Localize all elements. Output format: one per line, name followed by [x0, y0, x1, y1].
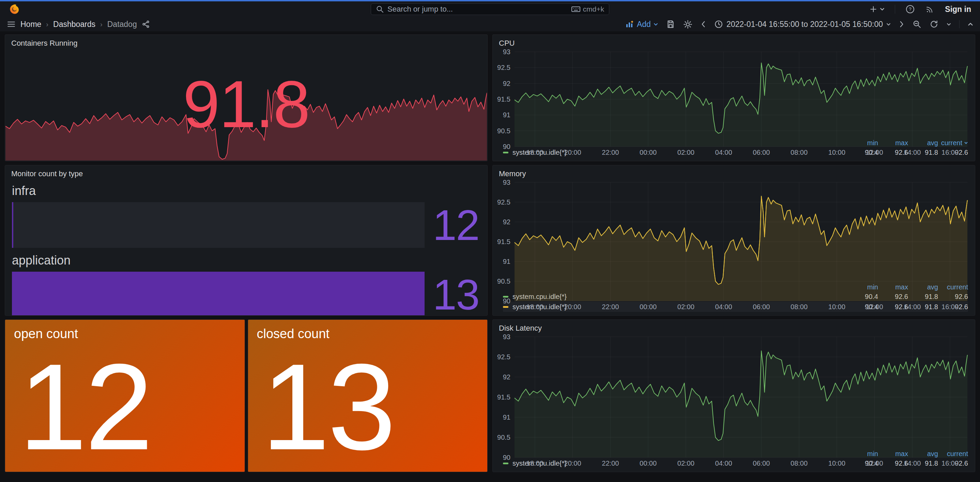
svg-text:14:00: 14:00 — [904, 460, 921, 467]
clock-icon — [714, 20, 723, 29]
panel-title[interactable]: Memory — [493, 165, 975, 178]
svg-text:91.5: 91.5 — [497, 393, 511, 401]
panel-title[interactable]: CPU — [493, 35, 975, 48]
svg-text:93: 93 — [503, 48, 511, 56]
search-placeholder: Search or jump to... — [387, 5, 568, 14]
svg-text:00:00: 00:00 — [640, 149, 657, 156]
chevron-down-icon — [880, 7, 885, 11]
search-icon — [376, 5, 384, 13]
svg-text:08:00: 08:00 — [791, 149, 808, 156]
cpu-panel: CPU 9090.59191.59292.59318:0020:0022:000… — [492, 34, 975, 161]
svg-text:02:00: 02:00 — [678, 303, 694, 310]
rss-icon — [925, 5, 935, 14]
svg-text:12:00: 12:00 — [866, 303, 883, 310]
svg-text:10:00: 10:00 — [828, 460, 845, 467]
zoom-out-icon[interactable] — [913, 20, 921, 29]
svg-text:00:00: 00:00 — [640, 460, 657, 467]
svg-text:91: 91 — [503, 414, 511, 421]
open-count-panel: open count 12 — [5, 320, 245, 472]
memory-panel: Memory 9090.59191.59292.59318:0020:0022:… — [492, 165, 975, 316]
bargauge-label: infra — [12, 184, 480, 198]
cpu-chart[interactable]: 9090.59191.59292.59318:0020:0022:0000:00… — [495, 48, 973, 138]
svg-text:04:00: 04:00 — [715, 149, 732, 156]
dashboard-settings-icon[interactable] — [683, 20, 692, 29]
search-shortcut: cmd+k — [571, 5, 604, 13]
svg-text:14:00: 14:00 — [904, 303, 921, 310]
svg-text:16:00: 16:00 — [942, 460, 959, 467]
bargauge-value: 12 — [433, 202, 480, 248]
svg-text:00:00: 00:00 — [640, 303, 657, 310]
svg-text:20:00: 20:00 — [564, 460, 581, 467]
svg-text:12:00: 12:00 — [866, 149, 883, 156]
svg-text:92.5: 92.5 — [497, 353, 511, 361]
disk-latency-chart[interactable]: 9090.59191.59292.59318:0020:0022:0000:00… — [495, 333, 973, 449]
time-range-picker[interactable]: 2022-01-04 16:55:00 to 2022-01-05 16:50:… — [714, 20, 891, 29]
bargauge-bar — [12, 202, 425, 248]
refresh-button[interactable] — [929, 20, 939, 29]
chevron-down-icon — [886, 22, 891, 27]
save-dashboard-icon[interactable] — [666, 20, 675, 29]
svg-text:18:00: 18:00 — [527, 460, 544, 467]
disk-latency-panel: Disk Latency 9090.59191.59292.59318:0020… — [492, 320, 975, 472]
breadcrumb: Home › Dashboards › Datadog — [21, 20, 150, 29]
breadcrumb-home[interactable]: Home — [21, 20, 41, 29]
svg-text:93: 93 — [503, 179, 511, 186]
panel-title[interactable]: Monitor count by type — [5, 165, 487, 178]
svg-text:91: 91 — [503, 258, 511, 265]
share-icon[interactable] — [142, 20, 150, 28]
panel-title[interactable]: Disk Latency — [493, 320, 975, 333]
svg-text:22:00: 22:00 — [602, 303, 619, 310]
news-button[interactable] — [925, 5, 935, 14]
collapse-toolbar-icon[interactable] — [968, 21, 973, 27]
bargauge-value: 13 — [433, 272, 480, 316]
dashboard-toolbar: Home › Dashboards › Datadog Add — [0, 17, 980, 31]
svg-text:20:00: 20:00 — [564, 303, 581, 310]
containers-running-value: 91.8 — [5, 35, 487, 161]
svg-text:06:00: 06:00 — [753, 460, 770, 467]
svg-text:91.5: 91.5 — [497, 95, 511, 103]
time-range-label: 2022-01-04 16:55:00 to 2022-01-05 16:50:… — [727, 20, 883, 29]
open-count-value: 12 — [5, 341, 245, 472]
svg-text:92: 92 — [503, 373, 511, 381]
breadcrumb-current: Datadog — [107, 20, 137, 29]
memory-chart[interactable]: 9090.59191.59292.59318:0020:0022:0000:00… — [495, 179, 973, 283]
dashboard-canvas: Containers Running 91.8 CPU 9090.59191.5… — [0, 31, 980, 482]
breadcrumb-separator: › — [46, 21, 48, 28]
containers-running-panel: Containers Running 91.8 — [5, 34, 488, 161]
svg-text:92.5: 92.5 — [497, 198, 511, 206]
sign-in-button[interactable]: Sign in — [945, 5, 971, 14]
refresh-interval-caret-icon[interactable] — [947, 22, 951, 27]
svg-text:90: 90 — [503, 143, 511, 150]
svg-text:16:00: 16:00 — [942, 149, 959, 156]
svg-text:10:00: 10:00 — [828, 303, 845, 310]
toolbar-divider — [959, 20, 959, 28]
menu-toggle-icon[interactable] — [7, 20, 16, 29]
svg-text:18:00: 18:00 — [527, 149, 544, 156]
add-panel-button[interactable]: Add — [625, 20, 658, 29]
breadcrumb-dashboards[interactable]: Dashboards — [53, 20, 95, 29]
new-button[interactable] — [869, 5, 885, 14]
help-button[interactable]: ? — [905, 5, 915, 14]
svg-text:14:00: 14:00 — [904, 149, 921, 156]
svg-text:91: 91 — [503, 111, 511, 119]
svg-text:22:00: 22:00 — [602, 149, 619, 156]
breadcrumb-separator: › — [100, 21, 103, 28]
time-shift-forward-icon[interactable] — [899, 21, 904, 28]
bargauge-row-infra: infra12 — [12, 184, 480, 248]
add-panel-icon — [625, 20, 634, 28]
help-icon: ? — [905, 5, 915, 14]
closed-count-value: 13 — [248, 341, 488, 472]
bottom-left-row: open count 12 closed count 13 — [5, 320, 488, 472]
grafana-logo[interactable] — [9, 4, 20, 15]
closed-count-panel: closed count 13 — [248, 320, 488, 472]
grafana-logo-icon — [9, 4, 20, 15]
svg-text:93: 93 — [503, 333, 511, 340]
time-shift-back-icon[interactable] — [701, 21, 706, 28]
nav-divider — [895, 5, 895, 14]
svg-text:?: ? — [909, 6, 912, 12]
search-input[interactable]: Search or jump to... cmd+k — [371, 3, 609, 15]
svg-text:90.5: 90.5 — [497, 434, 511, 441]
monitor-count-panel: Monitor count by type infra12application… — [5, 165, 488, 316]
svg-text:22:00: 22:00 — [602, 460, 619, 467]
svg-text:91.5: 91.5 — [497, 238, 511, 245]
